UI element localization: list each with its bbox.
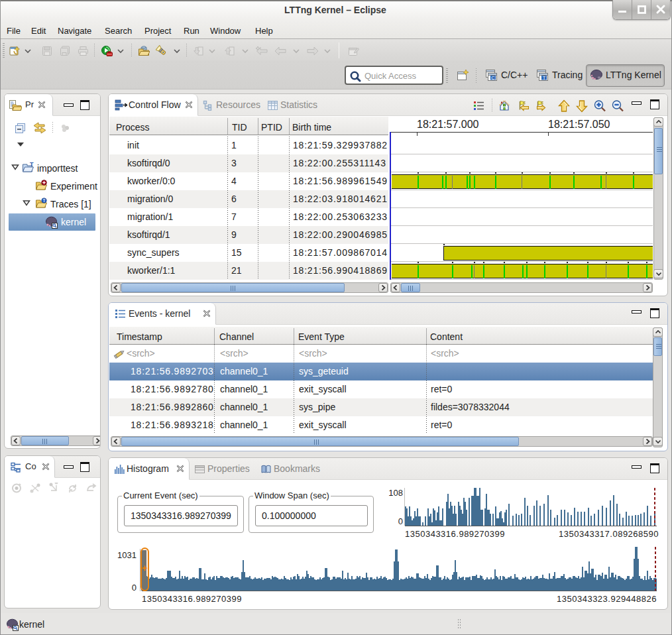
svg-text:T: T <box>30 162 34 168</box>
svg-text:C: C <box>491 75 495 81</box>
svg-text:T: T <box>543 75 546 81</box>
svg-text:T: T <box>42 198 46 203</box>
